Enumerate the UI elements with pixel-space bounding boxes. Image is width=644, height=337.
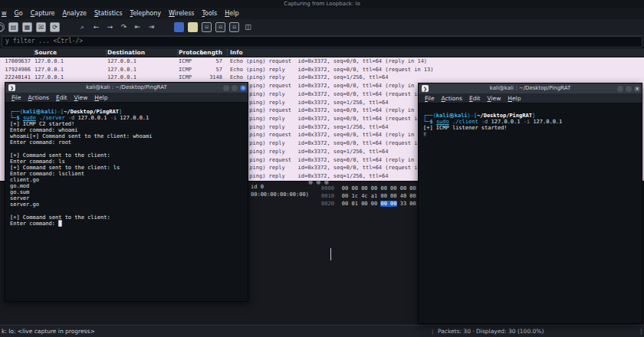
status-bar: k: lo: <live capture in progress> | Pack…	[0, 325, 644, 337]
zoom-reset-icon[interactable]: ▫	[229, 22, 239, 32]
terminal-text: ~/Desktop/PingRAT	[477, 113, 532, 119]
terminal-text: ┌──(	[10, 109, 23, 115]
packet-cell: 127.0.0.1	[34, 74, 104, 82]
terminal-menu-file[interactable]: File	[12, 93, 21, 102]
main-toolbar: ◯▤▦☒⟳⌕←→↷⇤⇥▫▫▫◫	[0, 19, 644, 35]
hex-row[interactable]: 001000 1c 4c a1 00 00 40 00	[321, 192, 416, 200]
terminal-line: └─$ sudo ./server -d 127.0.0.1 -i 127.0.…	[10, 115, 248, 121]
terminal-text: go.mod	[10, 183, 29, 189]
menu-item-statistics[interactable]: Statistics	[94, 8, 123, 19]
column-header-length[interactable]: Length	[198, 48, 222, 57]
stop-capture-icon[interactable]: ◯	[0, 22, 5, 32]
terminal-titlebar[interactable]: ❯ kali@kali : ~/Desktop/PingRAT ✕	[419, 83, 642, 93]
minimize-button[interactable]	[223, 85, 229, 91]
terminal-line: whoami[+] Command sent to the client: wh…	[10, 133, 248, 139]
zoom-out-icon[interactable]: ▫	[215, 22, 225, 32]
hex-bytes: 00 00 00 00 00 00 00 00	[342, 185, 416, 191]
column-header-info[interactable]: Info	[230, 48, 644, 57]
terminal-menu-actions[interactable]: Actions	[28, 93, 49, 102]
menu-item-tools[interactable]: Tools	[202, 8, 218, 19]
open-file-icon[interactable]: ▦	[22, 22, 32, 32]
menu-item-telephony[interactable]: Telephony	[130, 8, 161, 19]
resize-columns-icon[interactable]: ◫	[243, 22, 253, 32]
terminal-text: [+] ICMP listener started!	[423, 125, 508, 131]
column-separator[interactable]	[227, 49, 228, 57]
last-packet-icon[interactable]: ⇥	[146, 22, 156, 32]
terminal-text: 127.0.0.1	[530, 119, 562, 125]
terminal-menu-actions[interactable]: Actions	[442, 93, 462, 103]
first-packet-icon[interactable]: ⇤	[133, 22, 143, 32]
menu-item-analyze[interactable]: Analyze	[62, 8, 87, 19]
terminal-text: whoami[+] Command sent to the client: wh…	[10, 133, 152, 139]
minimize-button[interactable]	[617, 86, 623, 92]
close-button[interactable]: ✕	[634, 86, 640, 92]
terminal-text: Enter command:	[10, 221, 58, 227]
terminal-line: Enter command: █	[10, 221, 248, 227]
packet-cell: 17924906	[0, 66, 31, 74]
terminal-text: ▯	[423, 131, 426, 137]
hex-row[interactable]: 002000 01 00 00 00 00 33 00	[321, 200, 416, 208]
menu-item-capture[interactable]: Capture	[31, 8, 55, 19]
terminal-line: [+] Command sent to the client: ls	[10, 165, 248, 171]
terminal-menu-help[interactable]: Help	[508, 93, 521, 103]
menu-item-go[interactable]: Go	[15, 8, 23, 19]
terminal-line: ┌──(kali㉿kali)-[~/Desktop/PingRAT]	[10, 109, 248, 115]
packet-row[interactable]: 17924906127.0.0.1127.0.0.1ICMP57Echo (pi…	[0, 66, 644, 74]
hex-row[interactable]: 000000 00 00 00 00 00 00 00	[321, 185, 416, 192]
packet-count-text: Packets: 30 · Displayed: 30 (100.0%)	[438, 326, 544, 337]
packet-cell: 127.0.0.1	[107, 57, 176, 66]
packet-row[interactable]: 17009637127.0.0.1127.0.0.1ICMP57Echo (pi…	[0, 57, 644, 66]
packet-bytes-pane: 000000 00 00 00 00 00 00 00001000 1c 4c …	[321, 185, 416, 208]
terminal-menu-file[interactable]: File	[425, 93, 435, 103]
reload-icon[interactable]: ⟳	[50, 22, 60, 32]
terminal-menu-help[interactable]: Help	[94, 93, 107, 102]
terminal-title: kali@kali : ~/Desktop/PingRAT	[5, 83, 248, 93]
terminal-content[interactable]: ┌──(kali㉿kali)-[~/Desktop/PingRAT]└─$ su…	[5, 103, 248, 227]
close-capture-icon[interactable]: ☒	[36, 22, 46, 32]
packet-row[interactable]: 22240141127.0.0.1127.0.0.1ICMP3148Echo (…	[0, 74, 644, 82]
goto-packet-icon[interactable]: ↷	[119, 22, 129, 32]
packet-cell: Echo (ping) reply id=0x3372, seq=0/0, tt…	[230, 66, 644, 74]
terminal-line: go.mod	[10, 183, 248, 189]
maximize-button[interactable]	[232, 85, 238, 91]
terminal-line: [+] Command sent to the client:	[10, 152, 248, 159]
terminal-menu-edit[interactable]: Edit	[469, 93, 481, 103]
packet-cell: Echo (ping) request id=0x3372, seq=0/0, …	[230, 57, 644, 66]
packet-list-header: SourceDestinationProtocolLengthInfo	[0, 48, 644, 57]
colorize-icon[interactable]	[174, 22, 184, 32]
terminal-line: Enter command: whoami	[10, 127, 248, 133]
terminal-text: sudo	[23, 115, 36, 121]
column-header-destination[interactable]: Destination	[107, 48, 176, 57]
terminal-titlebar[interactable]: ❯ kali@kali : ~/Desktop/PingRAT ✕	[5, 83, 248, 93]
menu-item-w[interactable]: w	[2, 8, 7, 19]
zoom-in-icon[interactable]: ▫	[202, 22, 212, 32]
terminal-content[interactable]: ┌──(kali㉿kali)-[~/Desktop/PingRAT]└─$ su…	[419, 103, 642, 137]
packet-cell: 17009637	[0, 57, 31, 66]
close-button[interactable]: ✕	[240, 85, 246, 91]
column-separator[interactable]	[106, 49, 107, 57]
column-header-source[interactable]: Source	[34, 48, 104, 57]
terminal-line: [+] ICMP listener started!	[423, 125, 642, 131]
autoscroll-icon[interactable]	[188, 22, 198, 32]
packet-detail-line[interactable]: 00:00:00:00:00:00)	[251, 191, 309, 198]
terminal-text: Enter command: whoami	[10, 127, 78, 133]
packet-cell: 127.0.0.1	[34, 57, 104, 66]
maximize-button[interactable]	[626, 86, 632, 92]
column-header-time[interactable]	[0, 48, 31, 57]
display-filter-input[interactable]: y filter ... <Ctrl-/>	[2, 36, 642, 47]
find-packet-icon[interactable]: ⌕	[77, 22, 87, 32]
terminal-text: sudo	[436, 119, 449, 125]
previous-packet-icon[interactable]: ←	[91, 22, 101, 32]
next-packet-icon[interactable]: →	[105, 22, 115, 32]
terminal-menu-view[interactable]: View	[74, 93, 88, 102]
menu-item-help[interactable]: Help	[225, 8, 238, 19]
packet-detail-line[interactable]: id 0	[251, 183, 264, 191]
terminal-menu-edit[interactable]: Edit	[56, 93, 67, 102]
terminal-app-icon: ❯	[422, 85, 429, 92]
column-separator[interactable]	[177, 49, 178, 57]
terminal-text: [+] ICMP C2 started!	[10, 121, 74, 127]
terminal-menu-view[interactable]: View	[488, 93, 501, 103]
save-file-icon[interactable]: ▤	[8, 22, 18, 32]
terminal-text: ~/Desktop/PingRAT	[64, 109, 119, 115]
menu-item-wireless[interactable]: Wireless	[169, 8, 194, 19]
